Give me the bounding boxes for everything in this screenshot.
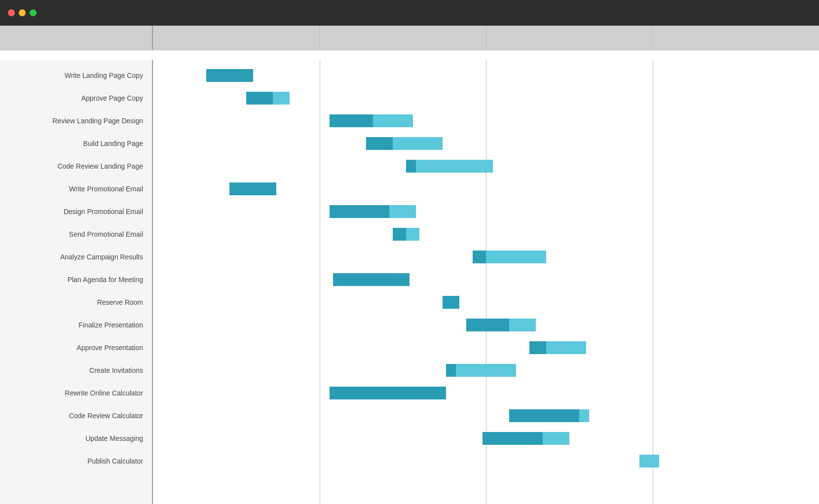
bar-dark-10 xyxy=(443,296,459,309)
task-row-5 xyxy=(153,178,819,200)
task-label-9: Plan Agenda for Meeting xyxy=(0,268,152,291)
bar-dark-0 xyxy=(206,69,253,82)
bar-light-3 xyxy=(393,137,443,150)
task-row-3 xyxy=(153,132,819,155)
task-label-3: Build Landing Page xyxy=(0,132,152,155)
task-label-16: Update Messaging xyxy=(0,427,152,450)
task-row-11 xyxy=(153,314,819,336)
task-row-14 xyxy=(153,382,819,404)
bar-dark-6 xyxy=(330,205,390,218)
bar-dark-5 xyxy=(229,182,276,195)
task-row-2 xyxy=(153,109,819,132)
bar-dark-16 xyxy=(483,432,543,445)
bar-light-13 xyxy=(456,364,516,377)
task-row-16 xyxy=(153,427,819,450)
task-label-4: Code Review Landing Page xyxy=(0,155,152,178)
chart-area: Write Landing Page CopyApprove Page Copy… xyxy=(0,60,819,504)
bar-dark-2 xyxy=(330,114,373,127)
task-row-13 xyxy=(153,359,819,382)
task-label-17: Publish Calculator xyxy=(0,450,152,472)
task-label-15: Code Review Calculator xyxy=(0,404,152,427)
task-label-6: Design Promotional Email xyxy=(0,200,152,223)
task-row-4 xyxy=(153,155,819,178)
task-row-8 xyxy=(153,246,819,268)
bar-light-17 xyxy=(639,455,660,468)
minimize-button[interactable] xyxy=(19,9,26,16)
task-label-1: Approve Page Copy xyxy=(0,87,152,109)
bar-dark-11 xyxy=(466,319,510,331)
bar-dark-7 xyxy=(393,228,406,241)
task-label-8: Analyze Campaign Results xyxy=(0,246,152,268)
bar-light-4 xyxy=(416,160,492,173)
task-row-12 xyxy=(153,336,819,359)
task-label-7: Send Promotional Email xyxy=(0,223,152,246)
task-label-11: Finalize Presentation xyxy=(0,314,152,336)
bar-dark-12 xyxy=(529,341,546,354)
task-row-6 xyxy=(153,200,819,223)
bar-dark-8 xyxy=(473,251,486,263)
task-label-13: Create Invitations xyxy=(0,359,152,382)
bar-dark-15 xyxy=(509,409,579,422)
task-label-0: Write Landing Page Copy xyxy=(0,64,152,87)
gantt-grid xyxy=(153,60,819,504)
bar-light-7 xyxy=(406,228,419,241)
bar-light-15 xyxy=(579,409,589,422)
bar-light-16 xyxy=(543,432,569,445)
week-1-header xyxy=(153,26,320,50)
task-row-1 xyxy=(153,87,819,109)
week-4-header xyxy=(653,26,819,50)
title-bar xyxy=(0,0,819,26)
task-label-10: Reserve Room xyxy=(0,291,152,314)
task-row-15 xyxy=(153,404,819,427)
week-2-header xyxy=(320,26,486,50)
maximize-button[interactable] xyxy=(30,9,37,16)
bar-dark-13 xyxy=(446,364,456,377)
bar-dark-14 xyxy=(330,387,446,399)
task-labels: Write Landing Page CopyApprove Page Copy… xyxy=(0,60,153,504)
task-row-17 xyxy=(153,450,819,472)
week-3-header xyxy=(486,26,653,50)
bar-light-2 xyxy=(373,114,413,127)
app-content: Write Landing Page CopyApprove Page Copy… xyxy=(0,26,819,504)
bar-dark-4 xyxy=(406,160,416,173)
bar-dark-3 xyxy=(366,137,393,150)
bar-light-6 xyxy=(389,205,416,218)
task-label-5: Write Promotional Email xyxy=(0,178,152,200)
task-row-10 xyxy=(153,291,819,314)
task-row-0 xyxy=(153,64,819,87)
bar-dark-1 xyxy=(246,92,273,105)
bar-light-8 xyxy=(486,251,546,263)
close-button[interactable] xyxy=(8,9,15,16)
bar-light-12 xyxy=(546,341,586,354)
task-row-9 xyxy=(153,268,819,291)
task-label-12: Approve Presentation xyxy=(0,336,152,359)
bar-light-11 xyxy=(509,319,536,331)
bar-light-1 xyxy=(273,92,290,105)
task-label-14: Rewrite Online Calculator xyxy=(0,382,152,404)
week-headers xyxy=(153,26,819,50)
task-label-2: Review Landing Page Design xyxy=(0,109,152,132)
task-row-7 xyxy=(153,223,819,246)
bar-dark-9 xyxy=(333,273,410,286)
